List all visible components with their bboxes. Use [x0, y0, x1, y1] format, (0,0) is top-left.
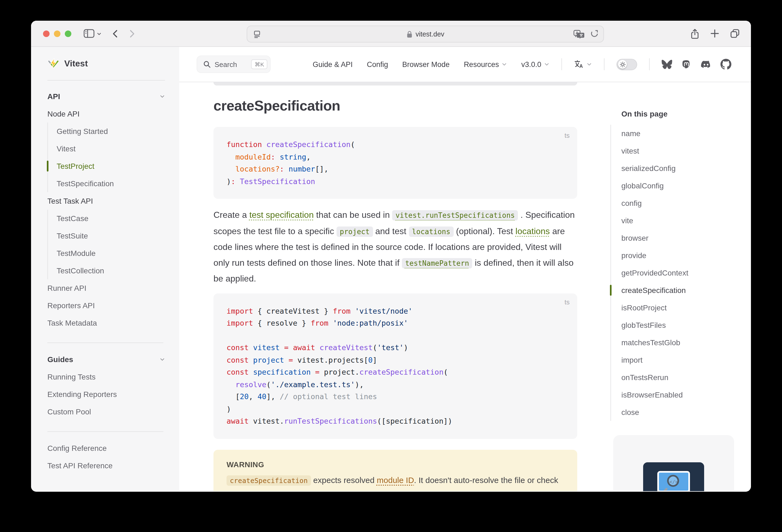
search-icon — [203, 61, 211, 68]
nav-menu-config[interactable]: Config — [367, 60, 388, 68]
sidebar-subgroup: Getting StartedVitestTestProjectTestSpec… — [47, 122, 165, 192]
vitest-logo[interactable]: Vitest — [31, 47, 179, 80]
outline-item-vite[interactable]: vite — [611, 212, 737, 229]
sun-icon — [618, 60, 627, 69]
sidebar-item-node-api[interactable]: Node API — [47, 105, 165, 122]
mastodon-icon[interactable] — [681, 59, 691, 69]
monitor-icon: </> — [657, 471, 690, 491]
sidebar-item-test-api-reference[interactable]: Test API Reference — [47, 457, 165, 474]
sidebar-item-testmodule[interactable]: TestModule — [48, 245, 165, 262]
tab-overview-icon[interactable] — [730, 28, 740, 39]
translate-page-icon[interactable]: A — [573, 30, 585, 38]
magnifier-icon — [667, 475, 679, 487]
inline-code-link[interactable]: testNamePattern — [402, 258, 472, 268]
inline-code-link[interactable]: vitest.runTestSpecifications — [392, 210, 518, 220]
sidebar-item-testcollection[interactable]: TestCollection — [48, 262, 165, 279]
outline-item-import[interactable]: import — [611, 351, 737, 369]
outline-item-browser[interactable]: browser — [611, 229, 737, 247]
sidebar-item-vitest[interactable]: Vitest — [48, 140, 165, 157]
sidebar-item-testsuite[interactable]: TestSuite — [48, 227, 165, 245]
nav-separator — [604, 58, 604, 70]
sidebar-nav: APINode APIGetting StartedVitestTestProj… — [31, 80, 179, 474]
sidebar-item-testproject[interactable]: TestProject — [48, 157, 165, 175]
nav-separator — [649, 58, 650, 70]
theme-toggle[interactable] — [616, 59, 637, 70]
sidebar-item-running-tests[interactable]: Running Tests — [47, 368, 165, 386]
outline-list: namevitestserializedConfigglobalConfigco… — [610, 125, 737, 421]
nav-menu-v3-0-0[interactable]: v3.0.0 — [521, 60, 549, 68]
screen: vitest.dev A — [0, 0, 782, 532]
sidebar-group-api[interactable]: API — [47, 88, 165, 105]
inline-code: locations — [409, 226, 454, 237]
outline-item-provide[interactable]: provide — [611, 247, 737, 264]
sponsor-ad-card[interactable]: </> — [613, 435, 734, 491]
sidebar-item-testcase[interactable]: TestCase — [48, 210, 165, 227]
ad-image: </> — [643, 462, 704, 491]
doc-link[interactable]: test specification — [249, 210, 314, 219]
page-content: createSpecification ts function createSp… — [179, 82, 751, 491]
minimize-window-button[interactable] — [54, 30, 61, 37]
outline-item-ontestsrerun[interactable]: onTestsRerun — [611, 369, 737, 386]
code-signature[interactable]: function createSpecification( moduleId: … — [226, 138, 564, 187]
sidebar-item-test-task-api[interactable]: Test Task API — [47, 192, 165, 210]
sidebar-item-testspecification[interactable]: TestSpecification — [48, 175, 165, 192]
outline-item-isbrowserenabled[interactable]: isBrowserEnabled — [611, 386, 737, 403]
outline-item-globtestfiles[interactable]: globTestFiles — [611, 316, 737, 334]
code-block-signature: ts function createSpecification( moduleI… — [213, 127, 577, 199]
zoom-window-button[interactable] — [65, 30, 71, 37]
outline-item-createspecification[interactable]: createSpecification — [611, 282, 737, 299]
outline-item-config[interactable]: config — [611, 194, 737, 212]
text: expects resolved — [311, 475, 377, 484]
code-block-example: ts import { createVitest } from 'vitest/… — [213, 293, 577, 438]
inline-code: project — [336, 226, 373, 237]
vitest-logo-icon — [47, 58, 59, 69]
github-icon[interactable] — [720, 59, 731, 70]
language-switcher[interactable]: A — [574, 60, 592, 69]
doc-link[interactable]: module ID — [377, 475, 414, 484]
nav-menu-guide-api[interactable]: Guide & API — [313, 60, 353, 68]
sidebar-item-getting-started[interactable]: Getting Started — [48, 122, 165, 140]
back-button[interactable] — [111, 29, 120, 38]
nav-menu-browser-mode[interactable]: Browser Mode — [402, 60, 450, 68]
bluesky-icon[interactable] — [662, 59, 673, 69]
close-window-button[interactable] — [43, 30, 49, 37]
sidebar-item-reporters-api[interactable]: Reporters API — [47, 297, 165, 314]
search-label: Search — [215, 60, 237, 68]
sidebar-divider — [47, 431, 164, 432]
outline-item-close[interactable]: close — [611, 403, 737, 421]
url-text: vitest.dev — [416, 30, 445, 38]
sidebar-item-task-metadata[interactable]: Task Metadata — [47, 314, 165, 331]
outline-item-name[interactable]: name — [611, 125, 737, 142]
outline-item-globalconfig[interactable]: globalConfig — [611, 177, 737, 194]
new-tab-icon[interactable] — [710, 29, 719, 38]
previous-codeblock-edge — [213, 82, 577, 85]
sidebar-chevron-icon[interactable] — [96, 31, 102, 36]
sidebar: Vitest APINode APIGetting StartedVitestT… — [31, 47, 179, 491]
sidebar-item-config-reference[interactable]: Config Reference — [47, 439, 165, 457]
doc-link[interactable]: locations — [516, 226, 550, 236]
nav-menu-resources[interactable]: Resources — [464, 60, 507, 68]
text: that can be used in — [314, 210, 392, 219]
search-button[interactable]: Search ⌘K — [197, 56, 271, 73]
discord-icon[interactable] — [700, 59, 712, 70]
outline-title: On this page — [610, 109, 737, 118]
sidebar-toggle-icon[interactable] — [83, 28, 95, 39]
traffic-lights — [31, 30, 71, 37]
outline-item-vitest[interactable]: vitest — [611, 142, 737, 159]
sidebar-group-guides[interactable]: Guides — [47, 351, 165, 368]
code-example[interactable]: import { createVitest } from 'vitest/nod… — [226, 305, 564, 427]
search-shortcut: ⌘K — [251, 59, 268, 69]
site-navbar: Search ⌘K Guide & APIConfigBrowser ModeR… — [179, 47, 751, 82]
outline-item-serializedconfig[interactable]: serializedConfig — [611, 159, 737, 177]
forward-button[interactable] — [127, 29, 137, 38]
outline-item-getprovidedcontext[interactable]: getProvidedContext — [611, 264, 737, 282]
sidebar-item-runner-api[interactable]: Runner API — [47, 279, 165, 297]
sidebar-item-custom-pool[interactable]: Custom Pool — [47, 403, 165, 420]
outline-item-matchestestglob[interactable]: matchesTestGlob — [611, 334, 737, 351]
reload-icon[interactable] — [590, 30, 599, 38]
outline-item-isrootproject[interactable]: isRootProject — [611, 299, 737, 316]
warning-title: WARNING — [226, 460, 564, 468]
share-icon[interactable] — [690, 28, 700, 39]
address-bar[interactable]: vitest.dev A — [247, 26, 604, 42]
sidebar-item-extending-reporters[interactable]: Extending Reporters — [47, 386, 165, 403]
